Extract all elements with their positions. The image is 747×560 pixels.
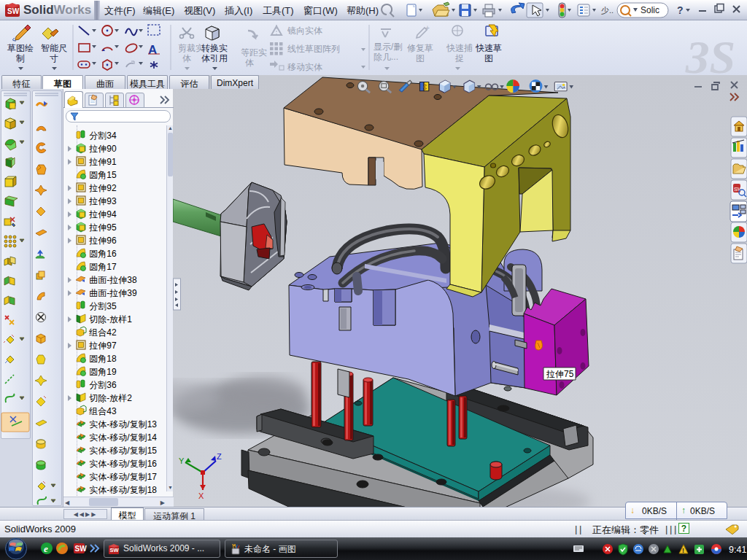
svg-text:!: ! bbox=[682, 547, 684, 554]
svg-text:Y: Y bbox=[179, 456, 185, 465]
svg-text:镜向实体: 镜向实体 bbox=[287, 26, 322, 36]
svg-text:等距实: 等距实 bbox=[241, 47, 267, 58]
svg-text:制: 制 bbox=[16, 53, 25, 63]
svg-text:寸: 寸 bbox=[50, 53, 58, 63]
svg-text:体引用: 体引用 bbox=[201, 53, 228, 63]
svg-text:快速捕: 快速捕 bbox=[446, 43, 473, 53]
svg-text:+: + bbox=[425, 24, 430, 32]
svg-text:移动实体: 移动实体 bbox=[287, 62, 322, 72]
svg-text:转换实: 转换实 bbox=[201, 43, 228, 53]
svg-text:线性草图阵列: 线性草图阵列 bbox=[287, 44, 340, 54]
svg-text:SW: SW bbox=[75, 545, 88, 553]
svg-text:少..: 少.. bbox=[601, 6, 614, 15]
svg-text:X: X bbox=[198, 491, 204, 500]
svg-text:图: 图 bbox=[484, 53, 493, 63]
svg-text:e: e bbox=[44, 543, 48, 554]
svg-text:捉: 捉 bbox=[454, 53, 464, 63]
svg-text:Z: Z bbox=[217, 452, 222, 461]
svg-text:除几...: 除几... bbox=[374, 52, 398, 62]
svg-text:体: 体 bbox=[245, 58, 254, 68]
svg-text:拉伸75: 拉伸75 bbox=[546, 369, 574, 379]
svg-text:草图绘: 草图绘 bbox=[7, 43, 34, 53]
svg-text:SW: SW bbox=[7, 7, 20, 15]
svg-text:9:41: 9:41 bbox=[729, 545, 746, 555]
svg-text:剪裁实: 剪裁实 bbox=[178, 43, 204, 53]
svg-text:图: 图 bbox=[416, 53, 425, 63]
svg-text:智能尺: 智能尺 bbox=[41, 43, 67, 53]
svg-text:ЗS: ЗS bbox=[685, 31, 735, 80]
svg-text:修复草: 修复草 bbox=[407, 43, 433, 53]
svg-text:显示/删: 显示/删 bbox=[374, 42, 402, 52]
svg-text:Solic: Solic bbox=[640, 5, 659, 15]
svg-text:SW: SW bbox=[110, 547, 120, 553]
svg-text:快速草: 快速草 bbox=[475, 43, 502, 53]
svg-text:?: ? bbox=[677, 4, 684, 16]
svg-text:体: 体 bbox=[182, 53, 191, 63]
svg-text:A: A bbox=[148, 43, 157, 57]
